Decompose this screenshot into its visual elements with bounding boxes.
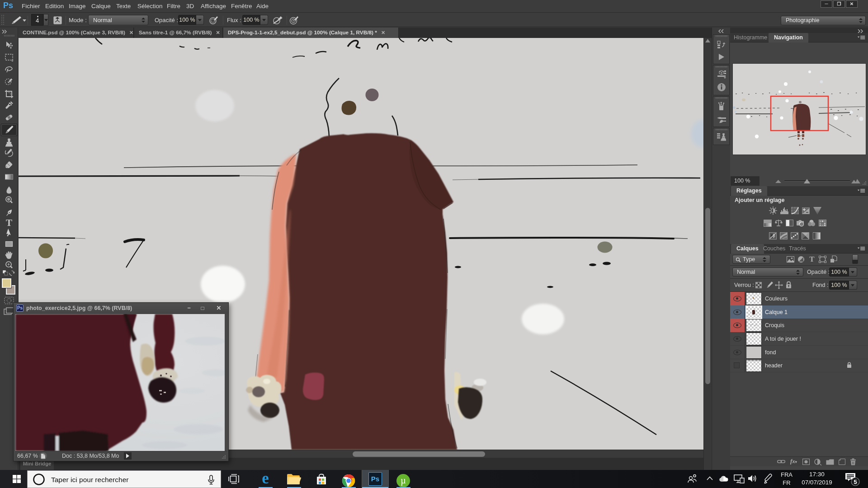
svg-text:5: 5 (854, 479, 857, 485)
svg-text:T: T (809, 255, 815, 263)
